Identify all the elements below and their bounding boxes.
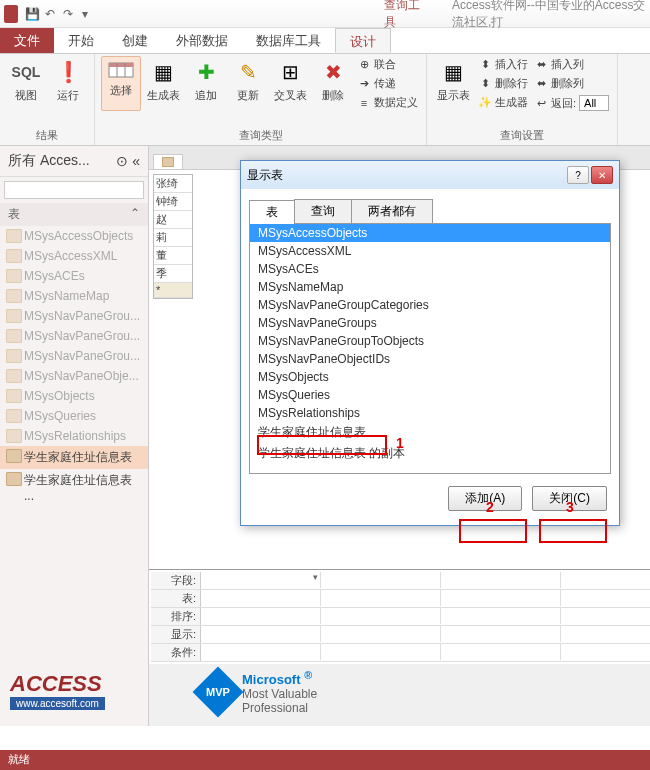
field-row[interactable]: 张绮 <box>154 175 192 193</box>
insert-col-button[interactable]: ⬌插入列 <box>532 56 611 73</box>
nav-item[interactable]: MSysACEs <box>0 266 148 286</box>
nav-item[interactable]: MSysRelationships <box>0 426 148 446</box>
field-row[interactable]: 莉 <box>154 229 192 247</box>
grid-cell[interactable] <box>201 590 321 606</box>
nav-item[interactable]: MSysNameMap <box>0 286 148 306</box>
field-row[interactable]: * <box>154 283 192 298</box>
insert-row-button[interactable]: ⬍插入行 <box>476 56 530 73</box>
tab-both[interactable]: 两者都有 <box>351 199 433 223</box>
delete-query-button[interactable]: ✖删除 <box>313 56 353 111</box>
list-item[interactable]: MSysNavPaneGroupCategories <box>250 296 610 314</box>
sql-view-button[interactable]: SQL 视图 <box>6 56 46 105</box>
append-button[interactable]: ✚追加 <box>186 56 226 111</box>
tab-tables[interactable]: 表 <box>249 200 295 224</box>
grid-cell[interactable] <box>441 626 561 642</box>
grid-label: 排序: <box>151 608 201 625</box>
nav-item[interactable]: MSysAccessObjects <box>0 226 148 246</box>
list-item[interactable]: MSysNavPaneGroupToObjects <box>250 332 610 350</box>
x-icon: ✖ <box>319 58 347 86</box>
nav-item[interactable]: MSysNavPaneGrou... <box>0 326 148 346</box>
tab-design[interactable]: 设计 <box>335 28 391 53</box>
list-item[interactable]: MSysACEs <box>250 260 610 278</box>
delete-col-button[interactable]: ⬌删除列 <box>532 75 611 92</box>
nav-item[interactable]: MSysNavPaneGrou... <box>0 346 148 366</box>
qat-more-icon[interactable]: ▾ <box>77 3 94 25</box>
grid-cell[interactable] <box>441 608 561 624</box>
grid-cell[interactable] <box>561 608 650 624</box>
nav-item[interactable]: 学生家庭住址信息表 ... <box>0 469 148 506</box>
file-tab[interactable]: 文件 <box>0 28 54 53</box>
qat-save-icon[interactable]: 💾 <box>24 3 41 25</box>
return-combo[interactable]: ↩返回: <box>532 94 611 112</box>
list-item[interactable]: MSysAccessXML <box>250 242 610 260</box>
update-button[interactable]: ✎更新 <box>228 56 268 111</box>
list-item[interactable]: MSysNameMap <box>250 278 610 296</box>
data-def-button[interactable]: ≡数据定义 <box>355 94 420 111</box>
query-tab[interactable] <box>153 154 183 169</box>
chevron-down-icon[interactable]: ⊙ « <box>116 153 140 169</box>
nav-header[interactable]: 所有 Acces... ⊙ « <box>0 146 148 177</box>
field-row[interactable]: 钟绮 <box>154 193 192 211</box>
dialog-titlebar[interactable]: 显示表 ? ✕ <box>241 161 619 189</box>
field-row[interactable]: 赵 <box>154 211 192 229</box>
builder-button[interactable]: ✨生成器 <box>476 94 530 111</box>
grid-cell[interactable] <box>201 572 321 588</box>
grid-cell[interactable] <box>561 626 650 642</box>
field-row[interactable]: 董 <box>154 247 192 265</box>
grid-cell[interactable] <box>441 590 561 606</box>
tab-queries[interactable]: 查询 <box>294 199 352 223</box>
tab-home[interactable]: 开始 <box>54 28 108 53</box>
grid-cell[interactable] <box>321 608 441 624</box>
list-item[interactable]: MSysAccessObjects <box>250 224 610 242</box>
field-row[interactable]: 季 <box>154 265 192 283</box>
table-icon <box>107 59 135 81</box>
sql-icon: SQL <box>12 58 40 86</box>
query-design-grid[interactable]: 字段:表:排序:显示:条件: <box>149 570 650 664</box>
tab-create[interactable]: 创建 <box>108 28 162 53</box>
nav-item[interactable]: 学生家庭住址信息表 <box>0 446 148 469</box>
show-table-button[interactable]: ▦显示表 <box>433 56 474 112</box>
qat-undo-icon[interactable]: ↶ <box>42 3 59 25</box>
return-input[interactable] <box>579 95 609 111</box>
list-item[interactable]: MSysNavPaneGroups <box>250 314 610 332</box>
grid-cell[interactable] <box>201 626 321 642</box>
nav-item[interactable]: MSysNavPaneObje... <box>0 366 148 386</box>
union-button[interactable]: ⊕联合 <box>355 56 420 73</box>
mvp-logo: MVP Microsoft ® Most Valuable Profession… <box>200 669 317 715</box>
grid-cell[interactable] <box>201 644 321 660</box>
tab-external[interactable]: 外部数据 <box>162 28 242 53</box>
grid-cell[interactable] <box>561 644 650 660</box>
grid-cell[interactable] <box>561 572 650 588</box>
grid-cell[interactable] <box>321 644 441 660</box>
nav-item[interactable]: MSysQueries <box>0 406 148 426</box>
tab-dbtools[interactable]: 数据库工具 <box>242 28 335 53</box>
grid-cell[interactable] <box>441 572 561 588</box>
grid-label: 显示: <box>151 626 201 643</box>
grid-cell[interactable] <box>561 590 650 606</box>
close-icon[interactable]: ✕ <box>591 166 613 184</box>
delete-row-button[interactable]: ⬍删除行 <box>476 75 530 92</box>
list-item[interactable]: MSysObjects <box>250 368 610 386</box>
grid-cell[interactable] <box>201 608 321 624</box>
qat-redo-icon[interactable]: ↷ <box>59 3 76 25</box>
list-item[interactable]: MSysNavPaneObjectIDs <box>250 350 610 368</box>
nav-item[interactable]: MSysAccessXML <box>0 246 148 266</box>
grid-cell[interactable] <box>321 572 441 588</box>
make-table-button[interactable]: ▦生成表 <box>143 56 184 111</box>
app-icon <box>4 5 18 23</box>
nav-search-input[interactable] <box>4 181 144 199</box>
nav-item[interactable]: MSysObjects <box>0 386 148 406</box>
field-list[interactable]: 张绮钟绮赵莉董季* <box>153 174 193 299</box>
grid-cell[interactable] <box>321 626 441 642</box>
crosstab-button[interactable]: ⊞交叉表 <box>270 56 311 111</box>
grid-cell[interactable] <box>321 590 441 606</box>
help-button[interactable]: ? <box>567 166 589 184</box>
passthrough-button[interactable]: ➔传递 <box>355 75 420 92</box>
list-item[interactable]: MSysQueries <box>250 386 610 404</box>
select-query-button[interactable]: 选择 <box>101 56 141 111</box>
nav-section-tables[interactable]: 表 ⌃ <box>0 203 148 226</box>
list-item[interactable]: MSysRelationships <box>250 404 610 422</box>
grid-cell[interactable] <box>441 644 561 660</box>
nav-item[interactable]: MSysNavPaneGrou... <box>0 306 148 326</box>
run-button[interactable]: ❗ 运行 <box>48 56 88 105</box>
